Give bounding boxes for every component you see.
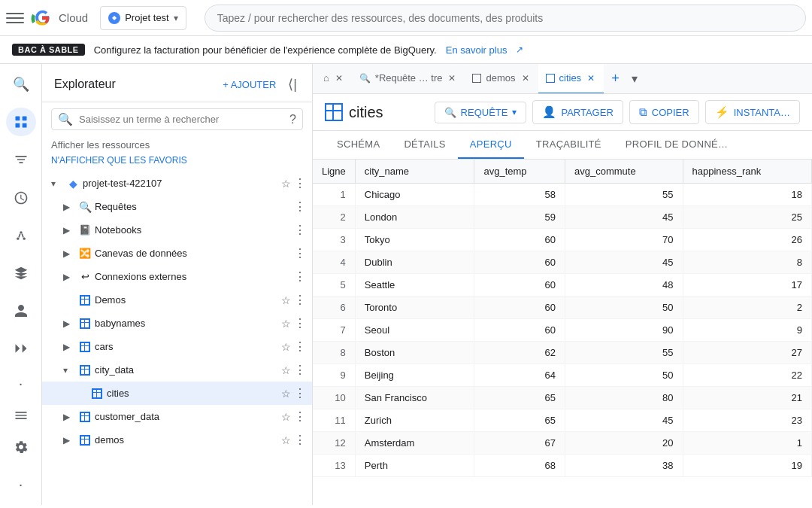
- tab-home-close-icon[interactable]: ✕: [334, 71, 344, 85]
- notebooks-more-icon[interactable]: ⋮: [294, 223, 306, 237]
- demos-star-icon[interactable]: ☆: [281, 294, 291, 306]
- cell-3: 70: [565, 229, 683, 251]
- tab-cities-close-icon[interactable]: ✕: [586, 71, 596, 85]
- cell-1: Dublin: [355, 251, 474, 274]
- tab-home[interactable]: ⌂ ✕: [316, 64, 352, 94]
- query-button[interactable]: 🔍 REQUÊTE ▾: [435, 102, 527, 123]
- banner-link[interactable]: En savoir plus: [446, 44, 508, 56]
- cell-0: 3: [313, 229, 355, 251]
- cell-4: 19: [683, 455, 811, 477]
- rail-data[interactable]: [6, 334, 36, 363]
- tree-item-cars[interactable]: ▶ cars ☆ ⋮: [42, 335, 312, 358]
- banner: BAC À SABLE Configurez la facturation po…: [0, 36, 812, 64]
- connexions-chevron-icon: ▶: [63, 272, 75, 282]
- rail-lines[interactable]: [6, 401, 36, 430]
- cell-4: 25: [683, 206, 811, 229]
- tree-item-city-data[interactable]: ▾ city_data ☆ ⋮: [42, 358, 312, 382]
- tree: ▾ ◆ projet-test-422107 ☆ ⋮ ▶ 🔍 Requêtes …: [42, 172, 312, 505]
- requetes-more-icon[interactable]: ⋮: [294, 199, 306, 214]
- cell-3: 45: [565, 409, 683, 432]
- explorer-help-icon[interactable]: ?: [289, 113, 296, 126]
- explorer-collapse-button[interactable]: ⟨|: [285, 73, 300, 96]
- rail-filter[interactable]: [6, 145, 36, 174]
- customer-data-more-icon[interactable]: ⋮: [294, 409, 306, 424]
- tree-item-customer-data[interactable]: ▶ customer_data ☆ ⋮: [42, 405, 312, 428]
- tree-item-notebooks[interactable]: ▶ 📓 Notebooks ⋮: [42, 218, 312, 242]
- explorer-add-button[interactable]: + AJOUTER: [220, 76, 279, 93]
- tab-requete[interactable]: 🔍 *Requête … tre ✕: [352, 64, 465, 94]
- customer-data-star-icon[interactable]: ☆: [281, 411, 291, 423]
- global-search-input[interactable]: [205, 5, 806, 32]
- cell-1: San Francisco: [355, 387, 474, 409]
- cars-more-icon[interactable]: ⋮: [294, 339, 306, 354]
- project-more-icon[interactable]: ⋮: [294, 176, 306, 190]
- tree-item-connexions[interactable]: ▶ ↩ Connexions externes ⋮: [42, 265, 312, 288]
- cities-label: cities: [107, 388, 278, 399]
- cars-table-icon: [78, 340, 92, 354]
- tree-item-demos[interactable]: ▶ Demos ☆ ⋮: [42, 288, 312, 312]
- tree-project-root[interactable]: ▾ ◆ projet-test-422107 ☆ ⋮: [42, 172, 312, 195]
- subtab-profil[interactable]: PROFIL DE DONNÉ…: [614, 131, 741, 159]
- rail-dot1[interactable]: ·: [6, 369, 36, 397]
- cities-star-icon[interactable]: ☆: [281, 388, 291, 400]
- table-row: 11Zurich654523: [313, 409, 812, 432]
- customer-data-label: customer_data: [95, 411, 278, 422]
- favorites-link[interactable]: N'AFFICHER QUE LES FAVORIS: [42, 154, 312, 172]
- rail-dot2[interactable]: ·: [6, 470, 36, 499]
- tab-add-button[interactable]: +: [605, 68, 626, 90]
- demos2-chevron-icon: ▶: [63, 435, 75, 446]
- rail-pipeline[interactable]: [6, 259, 36, 287]
- tab-more-button[interactable]: ▾: [626, 68, 644, 89]
- subtab-tracabilite[interactable]: TRAÇABILITÉ: [524, 131, 614, 159]
- tree-item-requetes[interactable]: ▶ 🔍 Requêtes ⋮: [42, 195, 312, 218]
- subtab-apercu[interactable]: APERÇU: [458, 131, 524, 159]
- tree-item-cities[interactable]: ▶ cities ☆ ⋮: [42, 382, 312, 405]
- rail-search[interactable]: 🔍: [6, 70, 36, 99]
- city-data-more-icon[interactable]: ⋮: [294, 363, 306, 377]
- demos-more-icon[interactable]: ⋮: [294, 293, 306, 307]
- canevas-more-icon[interactable]: ⋮: [294, 246, 306, 260]
- cell-3: 55: [565, 342, 683, 364]
- cell-0: 10: [313, 387, 355, 409]
- demos2-more-icon[interactable]: ⋮: [294, 433, 306, 447]
- cell-4: 2: [683, 297, 811, 319]
- cell-4: 21: [683, 387, 811, 409]
- instant-button[interactable]: ⚡ INSTANTA…: [705, 100, 800, 124]
- rail-explorer[interactable]: [6, 108, 36, 136]
- cell-2: 60: [474, 297, 565, 319]
- babynames-star-icon[interactable]: ☆: [281, 318, 291, 330]
- cars-star-icon[interactable]: ☆: [281, 341, 291, 353]
- connexions-icon: ↩: [78, 270, 92, 284]
- cities-more-icon[interactable]: ⋮: [294, 386, 306, 400]
- subtab-details[interactable]: DÉTAILS: [392, 131, 457, 159]
- project-star-icon[interactable]: ☆: [281, 178, 291, 190]
- rail-history[interactable]: [6, 184, 36, 212]
- cell-1: Boston: [355, 342, 474, 364]
- explorer-search-input[interactable]: [79, 114, 283, 125]
- tab-cities[interactable]: cities ✕: [538, 64, 604, 94]
- cell-2: 60: [474, 274, 565, 297]
- requete-search-icon: 🔍: [359, 73, 371, 84]
- col-header-avg-commute: avg_commute: [565, 160, 683, 184]
- demos2-star-icon[interactable]: ☆: [281, 434, 291, 446]
- copy-button[interactable]: ⧉ COPIER: [629, 100, 699, 124]
- tree-item-demos2[interactable]: ▶ demos ☆ ⋮: [42, 428, 312, 452]
- rail-settings[interactable]: [6, 433, 36, 461]
- subtab-schema[interactable]: SCHÉMA: [325, 131, 392, 159]
- tab-demos-close-icon[interactable]: ✕: [520, 71, 531, 85]
- tab-requete-close-icon[interactable]: ✕: [447, 71, 457, 85]
- rail-user[interactable]: [6, 297, 36, 325]
- tree-item-babynames[interactable]: ▶ babynames ☆ ⋮: [42, 312, 312, 335]
- share-button[interactable]: 👤 PARTAGER: [532, 100, 623, 124]
- svg-rect-1: [22, 117, 26, 121]
- hamburger-menu[interactable]: [6, 9, 24, 27]
- tab-demos[interactable]: demos ✕: [465, 64, 538, 94]
- connexions-more-icon[interactable]: ⋮: [294, 269, 306, 284]
- cities-table-name: cities: [349, 104, 429, 121]
- tree-item-canevas[interactable]: ▶ 🔀 Canevas de données ⋮: [42, 242, 312, 265]
- rail-graph[interactable]: [6, 221, 36, 250]
- project-selector[interactable]: Projet test ▾: [100, 6, 186, 30]
- data-table-wrapper[interactable]: Ligne city_name avg_temp avg_commute hap…: [313, 160, 812, 505]
- city-data-star-icon[interactable]: ☆: [281, 364, 291, 376]
- babynames-more-icon[interactable]: ⋮: [294, 316, 306, 330]
